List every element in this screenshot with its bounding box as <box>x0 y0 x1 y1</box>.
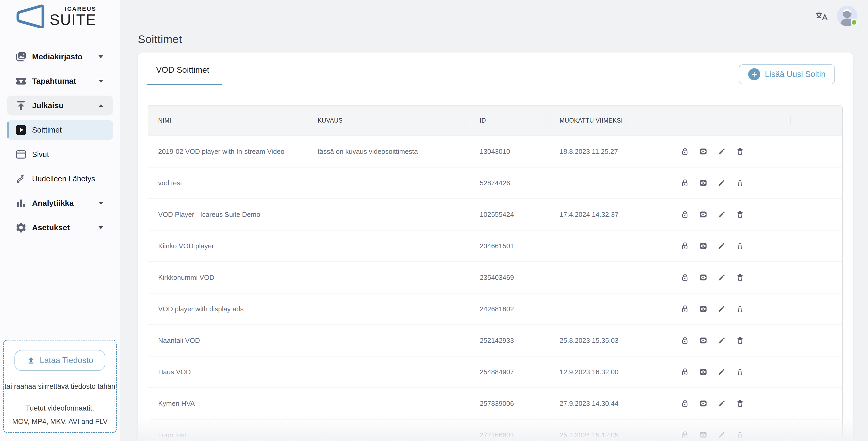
edit-icon[interactable] <box>717 431 726 439</box>
cell-name: Haus VOD <box>148 357 308 387</box>
cell-actions <box>630 294 790 325</box>
sidebar: ICAREUS SUITE Mediakirjasto <box>0 0 120 441</box>
edit-icon[interactable] <box>717 273 726 282</box>
edit-icon[interactable] <box>717 241 726 250</box>
preview-icon[interactable] <box>699 178 708 188</box>
cell-description <box>308 167 470 199</box>
unlock-icon[interactable] <box>680 431 689 439</box>
upload-dropzone[interactable]: Lataa Tiedosto tai raahaa siirrettävä ti… <box>3 340 117 433</box>
delete-icon[interactable] <box>736 368 745 376</box>
main-area: Soittimet VOD Soittimet Lisää Uusi Soiti… <box>121 0 868 441</box>
cell-description <box>308 357 470 387</box>
cell-modified: 18.8.2023 11.25.27 <box>550 136 630 167</box>
edit-icon[interactable] <box>717 147 726 156</box>
unlock-icon[interactable] <box>680 210 689 219</box>
cell-name: 2019-02 VOD player with In-stream Video <box>148 136 308 167</box>
unlock-icon[interactable] <box>680 178 689 188</box>
cell-id: 13043010 <box>470 136 550 167</box>
column-header-muokattu: MUOKATTU VIIMEKSI <box>550 105 630 135</box>
edit-icon[interactable] <box>717 368 726 376</box>
upload-file-button[interactable]: Lataa Tiedosto <box>14 350 105 371</box>
edit-icon[interactable] <box>717 336 726 345</box>
resend-icon <box>15 173 27 185</box>
cell-modified: 25.8.2023 15.35.03 <box>550 325 630 356</box>
delete-icon[interactable] <box>736 210 745 219</box>
delete-icon[interactable] <box>736 178 745 188</box>
cell-id: 277166601 <box>470 419 550 441</box>
sidebar-item-tapahtumat[interactable]: Tapahtumat <box>7 71 113 91</box>
unlock-icon[interactable] <box>680 336 689 345</box>
preview-icon[interactable] <box>699 431 708 439</box>
preview-icon[interactable] <box>699 147 708 156</box>
upload-icon <box>27 356 35 365</box>
cell-description <box>308 294 470 325</box>
cell-actions <box>630 388 790 419</box>
sidebar-item-label: Sivut <box>32 150 49 159</box>
formats-list: MOV, MP4, MKV, AVI and FLV <box>4 418 116 426</box>
cell-id: 52874426 <box>470 167 550 199</box>
add-player-label: Lisää Uusi Soitin <box>765 70 826 79</box>
table-row: VOD player with display ads 242681802 <box>148 293 842 325</box>
chevron-down-icon <box>98 56 103 58</box>
cell-description: tässä on kuvaus videosoittimesta <box>308 136 470 167</box>
cell-id: 252142933 <box>470 325 550 356</box>
sidebar-item-julkaisu[interactable]: Julkaisu <box>7 96 113 115</box>
players-table: NIMI KUVAUS ID MUOKATTU VIIMEKSI 2019-02… <box>148 105 843 441</box>
table-row: Logo test 277166601 25.1.2024 15.12.05 <box>148 419 842 441</box>
preview-icon[interactable] <box>699 210 708 219</box>
media-library-icon <box>15 50 27 63</box>
sidebar-item-soittimet[interactable]: Soittimet <box>7 120 113 140</box>
add-player-button[interactable]: Lisää Uusi Soitin <box>739 64 835 84</box>
preview-icon[interactable] <box>699 368 708 376</box>
unlock-icon[interactable] <box>680 368 689 376</box>
preview-icon[interactable] <box>699 336 708 345</box>
sidebar-item-label: Tapahtumat <box>32 77 76 86</box>
cell-actions <box>630 136 790 167</box>
delete-icon[interactable] <box>736 431 745 439</box>
table-row: Kiinko VOD player 234661501 <box>148 230 842 262</box>
sidebar-item-uudelleen-lahetys[interactable]: Uudelleen Lähetys <box>7 169 113 189</box>
unlock-icon[interactable] <box>680 241 689 250</box>
unlock-icon[interactable] <box>680 399 689 408</box>
app-root: ICAREUS SUITE Mediakirjasto <box>0 0 868 441</box>
cell-name: vod test <box>148 167 308 199</box>
unlock-icon[interactable] <box>680 147 689 156</box>
table-row: VOD Player - Icareus Suite Demo 10255542… <box>148 199 842 230</box>
preview-icon[interactable] <box>699 241 708 250</box>
column-header-nimi: NIMI <box>148 105 308 135</box>
tab-vod-soittimet[interactable]: VOD Soittimet <box>147 65 222 85</box>
table-header: NIMI KUVAUS ID MUOKATTU VIIMEKSI <box>148 105 842 135</box>
delete-icon[interactable] <box>736 399 745 408</box>
brand-name-main: SUITE <box>50 12 96 27</box>
table-row: Kymen HVA 257839006 27.9.2023 14.30.44 <box>148 387 842 419</box>
analytics-icon <box>15 197 27 209</box>
edit-icon[interactable] <box>717 399 726 408</box>
preview-icon[interactable] <box>699 399 708 408</box>
plus-icon <box>748 68 760 80</box>
language-icon[interactable] <box>814 10 829 22</box>
cell-actions <box>630 419 790 441</box>
cell-description <box>308 231 470 262</box>
sidebar-item-asetukset[interactable]: Asetukset <box>7 217 113 238</box>
sidebar-item-analytiikka[interactable]: Analytiikka <box>7 193 113 213</box>
sidebar-item-mediakirjasto[interactable]: Mediakirjasto <box>7 47 113 67</box>
delete-icon[interactable] <box>736 147 745 156</box>
cell-actions <box>630 167 790 199</box>
ticket-star-icon <box>15 75 27 87</box>
delete-icon[interactable] <box>736 305 745 313</box>
edit-icon[interactable] <box>717 210 726 219</box>
unlock-icon[interactable] <box>680 273 689 282</box>
sidebar-nav: Mediakirjasto Tapahtumat <box>0 0 120 238</box>
preview-icon[interactable] <box>699 273 708 282</box>
edit-icon[interactable] <box>717 305 726 313</box>
sidebar-item-label: Uudelleen Lähetys <box>32 175 95 183</box>
play-icon <box>15 124 27 136</box>
upload-button-label: Lataa Tiedosto <box>40 356 93 365</box>
edit-icon[interactable] <box>717 178 726 188</box>
preview-icon[interactable] <box>699 305 708 313</box>
delete-icon[interactable] <box>736 336 745 345</box>
sidebar-item-sivut[interactable]: Sivut <box>7 144 113 164</box>
delete-icon[interactable] <box>736 273 745 282</box>
unlock-icon[interactable] <box>680 305 689 313</box>
delete-icon[interactable] <box>736 241 745 250</box>
